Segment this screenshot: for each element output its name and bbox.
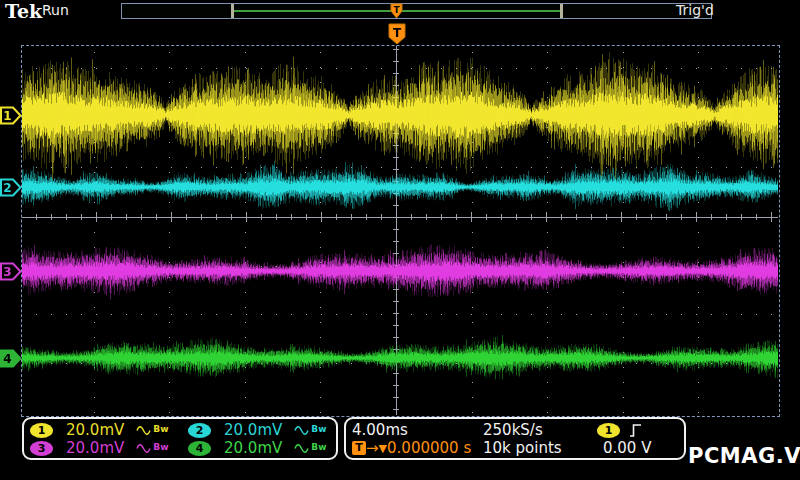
trigger-time: 0.000000 s [387, 439, 471, 457]
channel-2-bandwidth-label: Bw [311, 424, 326, 434]
watermark: PCMAG.VN [688, 444, 800, 468]
channel-4-badge: 4 [188, 441, 211, 456]
channel-1-coupling-icon: Bw [136, 425, 168, 436]
trigger-status: Trig'd [676, 2, 714, 18]
channel-1-bandwidth-label: Bw [153, 424, 168, 434]
timebase-scale: 4.00ms [352, 421, 483, 439]
trigger-time-group: T→▼0.000000 s [352, 439, 483, 457]
trigger-t-icon: T [352, 441, 366, 455]
trigger-level: 0.00 V [603, 439, 651, 457]
trigger-marker-icon: ▼ [379, 442, 387, 455]
record-view-bar: T [121, 3, 712, 19]
record-trigger-letter: T [393, 5, 400, 15]
record-window-bracket-left [231, 4, 234, 18]
record-trigger-position-icon: T [390, 3, 403, 19]
oscilloscope-screen: Tek Run T Trig'd T 1 2 3 4 1 20.0mV [0, 0, 800, 480]
channel-3-badge: 3 [30, 441, 53, 456]
svg-text:4: 4 [3, 352, 11, 366]
channel-2-readout: 2 20.0mV Bw [188, 421, 326, 439]
horizontal-trigger-readout-box: 4.00ms 250kS/s 1 T→▼0.000000 s 10k point… [344, 417, 686, 460]
horizontal-row: 4.00ms 250kS/s 1 [352, 421, 678, 439]
channel-1-readout: 1 20.0mV Bw [30, 421, 168, 439]
trigger-source-badge: 1 [597, 423, 620, 438]
channel-4-scale: 20.0mV [224, 439, 282, 457]
trigger-position-letter: T [393, 26, 402, 40]
sample-rate: 250kS/s [483, 421, 597, 439]
record-window-bracket-right [560, 4, 563, 18]
channel-4-readout: 4 20.0mV Bw [188, 439, 326, 457]
svg-text:1: 1 [3, 109, 11, 123]
waveform-display [22, 46, 778, 415]
channel-1-badge: 1 [30, 423, 53, 438]
channel-4-coupling-icon: Bw [294, 443, 326, 454]
svg-text:2: 2 [3, 181, 11, 195]
channel-1-marker: 1 [0, 106, 22, 125]
trigger-slope-rising-icon [629, 423, 642, 438]
svg-text:3: 3 [3, 265, 11, 279]
channel-3-coupling-icon: Bw [136, 443, 168, 454]
trigger-row: T→▼0.000000 s 10k points 0.00 V [352, 439, 678, 457]
channel-2-coupling-icon: Bw [294, 425, 326, 436]
channel-3-bandwidth-label: Bw [153, 442, 168, 452]
acquisition-status: Run [42, 2, 69, 18]
trigger-position-icon: T [388, 23, 407, 46]
channel-readout-box: 1 20.0mV Bw 2 20.0mV Bw 3 20.0mV Bw 4 [22, 417, 338, 460]
channel-4-bandwidth-label: Bw [311, 442, 326, 452]
channel-3-readout: 3 20.0mV Bw [30, 439, 168, 457]
channel-3-scale: 20.0mV [66, 439, 124, 457]
record-length: 10k points [483, 439, 597, 457]
channel-2-badge: 2 [188, 423, 211, 438]
channel-2-scale: 20.0mV [224, 421, 282, 439]
channel-3-marker: 3 [0, 262, 22, 281]
channel-1-scale: 20.0mV [66, 421, 124, 439]
trigger-delay-arrow-icon: → [366, 439, 379, 457]
tek-logo: Tek [5, 0, 42, 22]
channel-4-marker: 4 [0, 349, 22, 368]
channel-2-marker: 2 [0, 178, 22, 197]
